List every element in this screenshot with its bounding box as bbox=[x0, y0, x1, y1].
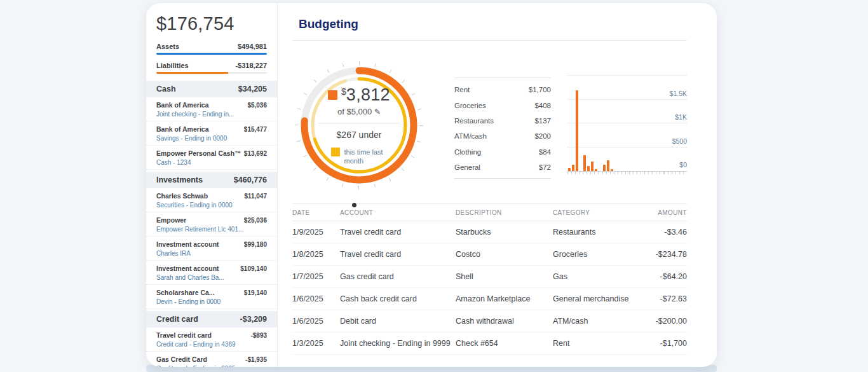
edit-budget-icon[interactable]: ✎ bbox=[374, 107, 381, 116]
page-title: Budgeting bbox=[299, 17, 687, 31]
account-detail: Sarah and Charles Ba... bbox=[156, 274, 224, 281]
tx-category: Restaurants bbox=[553, 228, 645, 237]
account-value: $109,140 bbox=[240, 265, 267, 281]
account-detail: Securities - Ending in 0000 bbox=[156, 202, 233, 209]
net-worth-sidebar: $176,754 Assets $494,981 Liabilities -$3… bbox=[146, 3, 278, 367]
assets-row[interactable]: Assets $494,981 bbox=[146, 43, 277, 50]
account-name: Charles Schwab bbox=[156, 192, 233, 200]
tx-account: Joint checking - Ending in 9999 bbox=[340, 339, 456, 348]
transaction-row[interactable]: 1/3/2025 Joint checking - Ending in 9999… bbox=[292, 333, 687, 355]
chart-x-axis-ticks bbox=[567, 172, 687, 174]
col-header-category: CATEGORY bbox=[553, 209, 645, 216]
of-budget-label: of $5,000 bbox=[337, 107, 372, 116]
category-row[interactable]: Rent $1,700 bbox=[454, 82, 551, 97]
tx-description: Costco bbox=[456, 250, 553, 259]
account-detail: Credit card - Ending in 4369 bbox=[156, 341, 236, 348]
account-detail: Empower Retirement Llc 401... bbox=[156, 226, 243, 233]
section-label: Cash bbox=[156, 85, 176, 93]
account-row[interactable]: Bank of America Savings - Ending in 0000… bbox=[146, 121, 277, 146]
tx-account: Gas credit card bbox=[340, 272, 456, 281]
section-header-investments[interactable]: Investments $460,776 bbox=[146, 172, 277, 188]
tx-description: Cash withdrawal bbox=[456, 317, 553, 326]
col-header-account: ACCOUNT bbox=[340, 209, 456, 216]
spent-line: $ 3,812 bbox=[328, 85, 390, 105]
current-spend-swatch bbox=[328, 90, 337, 100]
account-row[interactable]: Travel credit card Credit card - Ending … bbox=[146, 327, 277, 352]
account-value: $13,692 bbox=[244, 149, 267, 166]
category-spend-list: Rent $1,700 Groceries $408 Restaurants $… bbox=[454, 78, 551, 179]
carousel-dot[interactable] bbox=[352, 203, 356, 207]
tx-description: Amazon Marketplace bbox=[456, 294, 553, 303]
tx-amount: -$1,700 bbox=[645, 339, 687, 348]
liabilities-value: -$318,227 bbox=[235, 62, 267, 69]
account-detail: Credit card - Ending in 2095 bbox=[156, 365, 236, 367]
transaction-row[interactable]: 1/9/2025 Travel credit card Starbucks Re… bbox=[292, 221, 687, 244]
category-row[interactable]: Groceries $408 bbox=[454, 97, 551, 113]
tx-date: 1/3/2025 bbox=[292, 339, 340, 348]
chart-y-label: $1.5K bbox=[667, 90, 687, 97]
liabilities-bar-fill bbox=[156, 72, 228, 74]
tx-amount: -$64.20 bbox=[645, 272, 687, 281]
chart-gridline bbox=[567, 75, 687, 76]
transaction-row[interactable]: 1/8/2025 Travel credit card Costco Groce… bbox=[292, 244, 687, 266]
tx-date: 1/6/2025 bbox=[292, 294, 340, 303]
account-row[interactable]: Investment account Sarah and Charles Ba.… bbox=[146, 261, 277, 285]
budgeting-panel: Budgeting $ bbox=[278, 3, 717, 367]
col-header-description: DESCRIPTION bbox=[456, 209, 553, 216]
chart-bar bbox=[568, 168, 571, 171]
category-row[interactable]: ATM/cash $200 bbox=[454, 128, 551, 144]
section-label: Credit card bbox=[156, 315, 198, 324]
account-value: $99,180 bbox=[244, 240, 267, 257]
account-row[interactable]: Gas Credit Card Credit card - Ending in … bbox=[146, 352, 277, 367]
gauge-center-divider bbox=[318, 123, 400, 123]
chart-bar bbox=[576, 90, 578, 172]
account-row[interactable]: Scholarshare Ca... Devin - Ending in 000… bbox=[146, 285, 277, 309]
tx-account: Travel credit card bbox=[340, 250, 456, 259]
tx-date: 1/6/2025 bbox=[292, 317, 340, 326]
account-detail: Savings - Ending in 0000 bbox=[156, 135, 227, 142]
last-month-swatch bbox=[331, 148, 340, 156]
category-row[interactable]: General $72 bbox=[454, 160, 551, 175]
daily-spending-chart[interactable]: $0$500$1K$1.5K bbox=[567, 76, 687, 171]
account-row[interactable]: Bank of America Joint checking - Ending … bbox=[146, 97, 277, 121]
section-header-cash[interactable]: Cash $34,205 bbox=[146, 81, 277, 97]
transaction-row[interactable]: 1/7/2025 Gas credit card Shell Gas -$64.… bbox=[292, 266, 687, 288]
assets-bar bbox=[156, 53, 267, 55]
section-total: $460,776 bbox=[234, 176, 267, 184]
budget-target: of $5,000 ✎ bbox=[337, 107, 381, 116]
section-header-credit-card[interactable]: Credit card -$3,209 bbox=[146, 311, 277, 327]
category-value: $72 bbox=[539, 163, 551, 171]
account-value: $19,140 bbox=[244, 289, 267, 305]
chart-y-label: $500 bbox=[670, 137, 687, 145]
tx-amount: -$3.46 bbox=[645, 228, 687, 237]
chart-bar bbox=[591, 162, 593, 171]
category-row[interactable]: Restaurants $137 bbox=[454, 113, 551, 128]
account-name: Investment account bbox=[156, 240, 219, 248]
tx-date: 1/7/2025 bbox=[292, 272, 340, 281]
transactions-table: DATE ACCOUNT DESCRIPTION CATEGORY AMOUNT… bbox=[292, 203, 687, 355]
budget-summary-row: $ 3,812 of $5,000 ✎ $267 under this time… bbox=[292, 41, 687, 201]
tx-description: Check #654 bbox=[456, 339, 553, 348]
assets-value: $494,981 bbox=[238, 43, 267, 50]
account-row[interactable]: Investment account Charles IRA $99,180 bbox=[146, 237, 277, 261]
transaction-row[interactable]: 1/6/2025 Debit card Cash withdrawal ATM/… bbox=[292, 310, 687, 333]
account-detail: Joint checking - Ending in... bbox=[156, 111, 234, 118]
category-label: Clothing bbox=[454, 148, 481, 156]
tx-category: Rent bbox=[553, 339, 645, 348]
transaction-row[interactable]: 1/6/2025 Cash back credit card Amazon Ma… bbox=[292, 288, 687, 310]
category-value: $137 bbox=[534, 117, 551, 125]
account-name: Travel credit card bbox=[156, 331, 236, 339]
chart-y-label: $1K bbox=[672, 113, 687, 121]
account-row[interactable]: Empower Personal Cash™ Cash - 1234 $13,6… bbox=[146, 146, 277, 170]
chart-bar bbox=[603, 165, 606, 171]
liabilities-row[interactable]: Liabilities -$318,227 bbox=[146, 62, 277, 69]
account-row[interactable]: Charles Schwab Securities - Ending in 00… bbox=[146, 188, 277, 212]
account-value: $11,047 bbox=[244, 192, 267, 209]
category-row[interactable]: Clothing $84 bbox=[454, 144, 551, 160]
budget-gauge[interactable]: $ 3,812 of $5,000 ✎ $267 under this time… bbox=[292, 59, 426, 192]
chart-bar bbox=[587, 166, 590, 171]
account-row[interactable]: Empower Empower Retirement Llc 401... $2… bbox=[146, 212, 277, 237]
account-name: Gas Credit Card bbox=[156, 355, 236, 363]
tx-amount: -$72.63 bbox=[645, 294, 687, 303]
tx-account: Travel credit card bbox=[340, 228, 456, 237]
